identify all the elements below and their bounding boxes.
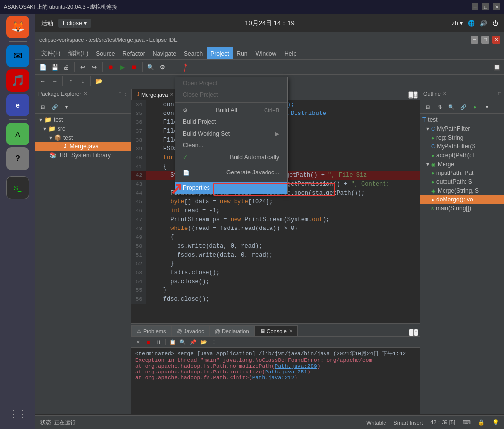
toolbar-perspective-btn[interactable]: 🔲 [491,62,502,73]
toolbar-stop-btn[interactable]: ⏹ [129,62,140,73]
editor-tab-close[interactable]: ✕ [170,92,174,97]
outline-sort-btn[interactable]: ⇅ [434,101,445,112]
toolbar-save-btn[interactable]: 💾 [49,62,60,73]
pkg-collapse-btn[interactable]: ⊟ [37,101,48,112]
win-minimize-btn[interactable]: ─ [472,3,478,10]
menu-edit[interactable]: 编辑(E) [64,47,92,59]
bottom-tab-console[interactable]: 🖥 Console ✕ [255,325,298,336]
outline-minimize-btn[interactable]: _ [494,91,497,96]
tree-item-src[interactable]: ▾ 📁 src [35,124,131,133]
console-clear-btn[interactable]: ✕ [133,338,142,346]
toolbar-ref-btn[interactable]: ⚙ [157,62,168,73]
tree-item-test-pkg[interactable]: ▾ 📦 test [35,133,131,142]
console-menu-btn[interactable]: ⋮ [209,338,218,346]
eclipse-close-btn[interactable]: ✕ [492,36,500,44]
outline-item-accept[interactable]: ● accept(Path): l [420,151,504,160]
outline-maximize-btn[interactable]: □ [498,91,501,96]
outline-item-merge-ctor[interactable]: ◉ Merge(String, S [420,186,504,195]
toolbar-undo-btn[interactable]: ↩ [77,62,88,73]
outline-item-domerge[interactable]: ● doMerge(): vo [420,195,504,204]
pkg-link-btn[interactable]: 🔗 [49,101,60,112]
menu-source[interactable]: Source [92,47,119,59]
bottom-tab-problems[interactable]: ⚠ Problems [131,325,171,336]
toolbar2-prev-btn[interactable]: ↑ [65,76,76,86]
panel-collapse-btn[interactable]: _ [114,91,117,96]
tree-item-jre[interactable]: 📚 JRE System Library [35,151,131,160]
menu-refactor[interactable]: Refactor [119,47,148,59]
code-editor[interactable]: 34 conf.se... bst:9000"); 35 conf.se... … [131,100,420,323]
console-filter-btn[interactable]: 🔍 [178,338,187,346]
toolbar-print-btn[interactable]: 🖨 [61,62,72,73]
console-close[interactable]: ✕ [289,328,293,334]
toolbar-new-btn[interactable]: 📄 [37,62,48,73]
outline-item-mpf-ctor[interactable]: C MyPathFilter(S [420,142,504,151]
toolbar2-open-btn[interactable]: 📂 [93,76,104,86]
taskbar-firefox[interactable]: 🦊 [6,16,29,38]
win-close-btn[interactable]: ✕ [493,3,500,10]
menu-search[interactable]: Search [180,47,207,59]
panel-lang[interactable]: zh ▾ [452,20,463,27]
outline-close-icon[interactable]: ✕ [443,91,446,96]
package-explorer-close-icon[interactable]: ✕ [83,91,87,96]
tree-item-test-root[interactable]: ▾ 📁 test [35,115,131,124]
outline-green-btn[interactable]: ● [470,101,480,112]
toolbar2-fwd-btn[interactable]: → [49,76,60,86]
menu-window[interactable]: Window [252,47,281,59]
activities-btn[interactable]: 活动 [41,19,53,28]
menu-project[interactable]: Project [207,47,233,59]
bottom-tab-declaration[interactable]: @ Declaration [209,325,255,336]
outline-item-outputpath[interactable]: ● outputPath: S [420,177,504,186]
outline-collapse-btn[interactable]: ⊟ [422,101,433,112]
eclipse-minimize-btn[interactable]: ─ [471,36,478,44]
outline-item-merge[interactable]: ▾ ◉ Merge [420,160,504,169]
toolbar2-back-btn[interactable]: ← [37,76,48,86]
eclipse-maximize-btn[interactable]: □ [481,36,489,44]
toolbar-search-btn[interactable]: 🔍 [145,62,156,73]
menu-run[interactable]: Run [233,47,251,59]
toolbar-run-btn[interactable]: ▶ [117,62,128,73]
menu-help[interactable]: Help [280,47,300,59]
console-link-1[interactable]: Path.java:289 [275,363,317,369]
taskbar-apps[interactable]: ⋮⋮ [6,402,29,425]
taskbar-help[interactable]: ? [6,147,29,170]
menu-navigate[interactable]: Navigate [149,47,180,59]
bottom-maximize-btn[interactable]: □ [414,329,418,336]
pkg-menu-btn[interactable]: ▾ [61,101,72,112]
tree-item-merge-java[interactable]: ▶ J Merge.java [35,142,131,151]
console-open-btn[interactable]: 📂 [199,338,208,346]
taskbar-appstore[interactable]: A [6,123,29,145]
taskbar-music[interactable]: 🎵 [6,69,29,92]
console-pin-btn[interactable]: 📌 [189,338,198,346]
eclipse-indicator[interactable]: Eclipse ▾ [58,19,91,28]
outline-item-mypathfilter[interactable]: ▾ C MyPathFilter [420,124,504,133]
panel-max-btn[interactable]: □ [119,91,121,96]
outline-menu-btn[interactable]: ▾ [481,101,492,112]
outline-item-test[interactable]: T test [420,115,504,124]
toolbar2-next-btn[interactable]: ↓ [77,76,88,86]
toolbar-redo-btn[interactable]: ↪ [89,62,100,73]
console-pause-btn[interactable]: ⏸ [154,338,163,346]
outline-filter-btn[interactable]: 🔍 [446,101,457,112]
outline-item-reg[interactable]: ● reg: String [420,133,504,142]
console-link-2[interactable]: Path.java:251 [265,369,307,375]
panel-menu-btn[interactable]: ⋮ [123,91,128,96]
bottom-minimize-btn[interactable]: _ [409,329,414,336]
outline-item-inputpath[interactable]: ● inputPath: Patl [420,169,504,177]
win-maximize-btn[interactable]: □ [482,3,489,10]
outline-icon-merge: ◉ [431,162,436,167]
package-explorer-title: Package Explorer [38,91,81,97]
toolbar-debug-btn[interactable]: ⏺ [105,62,116,73]
taskbar-eclipse[interactable]: e [6,94,29,116]
outline-item-main[interactable]: s main(String[]) [420,204,504,213]
editor-tab-merge[interactable]: J Merge.java ✕ [131,89,179,100]
editor-maximize-btn[interactable]: □ [413,91,418,99]
console-copy-btn[interactable]: 📋 [168,338,177,346]
outline-link-btn[interactable]: 🔗 [458,101,469,112]
menu-file[interactable]: 文件(F) [37,47,64,59]
taskbar-terminal[interactable]: $_ [6,176,29,199]
editor-minimize-btn[interactable]: _ [408,91,413,99]
taskbar-email[interactable]: ✉ [6,45,29,67]
console-link-3[interactable]: Path.java:212 [252,375,295,381]
bottom-tab-javadoc[interactable]: @ Javadoc [171,325,209,336]
console-stop-btn[interactable]: ⏹ [144,338,152,346]
